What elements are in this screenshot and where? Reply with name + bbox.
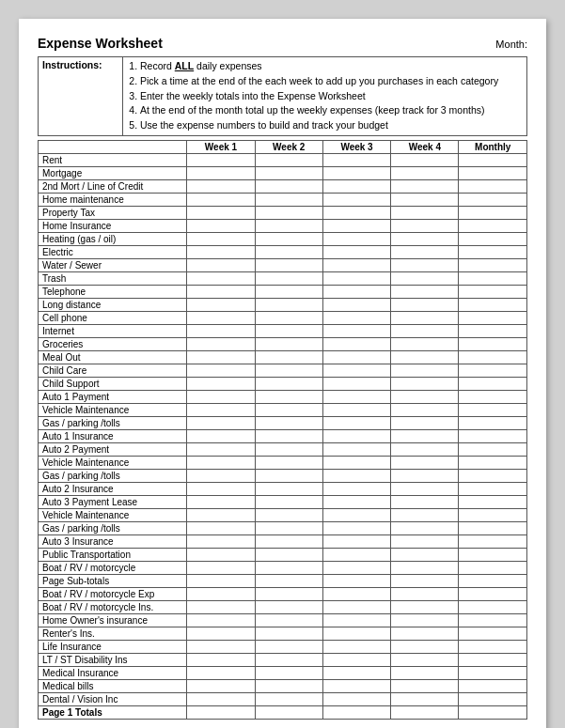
row-week1-value: [187, 324, 255, 337]
row-week3-value: [322, 613, 390, 627]
row-week1-value: [187, 245, 255, 258]
row-week3-value: [322, 377, 390, 390]
table-row: Gas / parking /tolls: [39, 416, 527, 429]
row-label: Rent: [39, 153, 187, 166]
table-row: Trash: [39, 271, 527, 285]
row-week3-value: [322, 350, 390, 364]
row-week1-value: [187, 311, 255, 324]
instruction-5: Use the expense numbers to build and tra…: [140, 118, 523, 133]
row-week3-value: [322, 324, 390, 337]
row-week4-value: [391, 692, 459, 705]
row-week3-value: [322, 258, 390, 271]
row-monthly-value: [459, 166, 527, 179]
table-row: Meal Out: [39, 350, 527, 364]
row-week4-value: [391, 469, 459, 482]
row-week4-value: [391, 561, 459, 574]
row-week2-value: [255, 653, 322, 666]
row-week2-value: [255, 495, 322, 508]
row-week2-value: [255, 587, 322, 600]
row-week4-value: [391, 534, 459, 548]
row-week2-value: [255, 324, 322, 337]
row-monthly-value: [459, 390, 527, 403]
month-label: Month:: [495, 39, 527, 50]
row-week4-value: [391, 548, 459, 561]
row-week3-value: [322, 640, 390, 653]
table-row: Auto 3 Payment Lease: [39, 495, 527, 508]
row-label: Electric: [39, 245, 187, 258]
table-row: Boat / RV / motorcycle: [39, 561, 527, 574]
row-monthly-value: [459, 442, 527, 456]
row-label: Water / Sewer: [39, 258, 187, 271]
table-row: Auto 2 Insurance: [39, 482, 527, 495]
row-monthly-value: [459, 298, 527, 311]
row-week3-value: [322, 206, 390, 219]
col-header-category: [39, 140, 187, 153]
row-week3-value: [322, 561, 390, 574]
row-week2-value: [255, 166, 322, 179]
row-monthly-value: [459, 245, 527, 258]
row-label: Boat / RV / motorcycle Exp: [39, 587, 187, 600]
row-week1-value: [187, 653, 255, 666]
row-week4-value: [391, 219, 459, 232]
row-monthly-value: [459, 640, 527, 653]
row-week4-value: [391, 258, 459, 271]
row-monthly-value: [459, 627, 527, 640]
table-row: Boat / RV / motorcycle Ins.: [39, 600, 527, 613]
row-monthly-value: [459, 508, 527, 521]
row-week3-value: [322, 219, 390, 232]
row-monthly-value: [459, 416, 527, 429]
row-week3-value: [322, 153, 390, 166]
row-monthly-value: [459, 364, 527, 377]
row-label: Home maintenance: [39, 193, 187, 206]
row-week3-value: [322, 482, 390, 495]
row-week4-value: [391, 442, 459, 456]
table-row: Mortgage: [39, 166, 527, 179]
instructions-label: Instructions:: [39, 57, 123, 136]
row-week1-value: [187, 337, 255, 350]
row-week2-value: [255, 482, 322, 495]
row-week2-value: [255, 245, 322, 258]
row-week2-value: [255, 285, 322, 298]
table-row: Medical Insurance: [39, 666, 527, 679]
row-monthly-value: [459, 456, 527, 469]
row-week3-value: [322, 469, 390, 482]
col-header-week4: Week 4: [391, 140, 459, 153]
row-week3-value: [322, 390, 390, 403]
row-monthly-value: [459, 495, 527, 508]
row-week1-value: [187, 416, 255, 429]
row-label: Medical bills: [39, 679, 187, 692]
row-monthly-value: [459, 561, 527, 574]
table-row: Auto 1 Payment: [39, 390, 527, 403]
row-week1-value: [187, 298, 255, 311]
row-week4-value: [391, 232, 459, 245]
row-week2-value: [255, 442, 322, 456]
row-week2-value: [255, 364, 322, 377]
page: Expense Worksheet Month: Instructions: R…: [19, 19, 546, 728]
row-label: Public Transportation: [39, 548, 187, 561]
row-week1-value: [187, 613, 255, 627]
row-monthly-value: [459, 232, 527, 245]
row-monthly-value: [459, 587, 527, 600]
row-week3-value: [322, 534, 390, 548]
table-row: Public Transportation: [39, 548, 527, 561]
table-row: Child Care: [39, 364, 527, 377]
row-week2-value: [255, 666, 322, 679]
row-week3-value: [322, 653, 390, 666]
table-row: Vehicle Maintenance: [39, 403, 527, 416]
row-week1-value: [187, 193, 255, 206]
row-week1-value: [187, 627, 255, 640]
col-header-monthly: Monthly: [459, 140, 527, 153]
row-week3-value: [322, 692, 390, 705]
instruction-2: Pick a time at the end of the each week …: [140, 74, 523, 89]
row-label: Mortgage: [39, 166, 187, 179]
row-week2-value: [255, 232, 322, 245]
row-week2-value: [255, 640, 322, 653]
table-row: Groceries: [39, 337, 527, 350]
row-week4-value: [391, 416, 459, 429]
table-row: Gas / parking /tolls: [39, 469, 527, 482]
row-week3-value: [322, 311, 390, 324]
row-week4-value: [391, 574, 459, 587]
row-week4-value: [391, 337, 459, 350]
row-week1-value: [187, 429, 255, 442]
row-week4-value: [391, 403, 459, 416]
